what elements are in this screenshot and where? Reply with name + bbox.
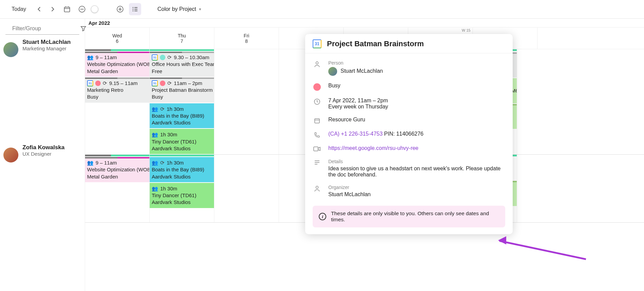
svg-point-9 <box>132 7 133 8</box>
gcal-icon: 31 <box>152 80 158 86</box>
notice-text: These details are only visible to you. O… <box>331 210 499 223</box>
status-dot <box>160 55 165 60</box>
status-dot <box>95 81 101 86</box>
video-icon <box>313 145 321 152</box>
day-cell[interactable]: 👥⟳1h 30m Boats in the Bay (BI89) Aardvar… <box>150 155 214 222</box>
next-button[interactable] <box>47 4 58 15</box>
color-by-label: Color by Project <box>158 6 196 12</box>
event-datetime: 7 Apr 2022, 11am – 2pm <box>328 98 505 104</box>
details-text: Idea session to give us a headstart on n… <box>328 166 505 178</box>
people-icon: 👥 <box>152 159 158 166</box>
organizer-icon <box>313 185 321 198</box>
minus-circle-icon <box>78 5 86 13</box>
repeat-icon: ⟳ <box>167 54 172 61</box>
people-icon: 👥 <box>152 131 158 138</box>
day-cell[interactable] <box>214 155 279 222</box>
people-icon: 👥 <box>152 106 158 113</box>
svg-rect-19 <box>314 147 318 151</box>
clock-icon <box>313 98 321 110</box>
day-cell[interactable]: 👥9 – 11am Website Optimization (WO8 Meta… <box>85 155 150 222</box>
event-boats-bay[interactable]: 👥⟳1h 30m Boats in the Bay (BI89) Aardvar… <box>150 103 214 129</box>
people-icon: 👥 <box>152 185 158 192</box>
zoom-in-button[interactable] <box>114 3 126 15</box>
filter-group-field[interactable] <box>5 19 79 35</box>
people-icon: 👥 <box>87 159 94 166</box>
phone-pin: PIN: 114066276 <box>383 131 424 137</box>
repeat-icon: ⟳ <box>160 106 165 113</box>
gcal-icon: 31 <box>313 39 321 48</box>
calendar-picker-button[interactable] <box>61 3 73 15</box>
details-label: Details <box>328 159 505 164</box>
list-view-button[interactable] <box>129 3 141 15</box>
event-marketing-retro[interactable]: 31⟳9.15 – 11am Marketing Retro Busy <box>85 78 149 103</box>
zoom-slider[interactable] <box>91 5 111 13</box>
svg-point-10 <box>132 9 133 10</box>
person-name: Stuart McLachlan <box>341 68 383 74</box>
svg-point-23 <box>316 186 318 189</box>
person-role: UX Designer <box>22 151 65 157</box>
day-cell[interactable]: 31⟳9.30 – 10.30am Office Hours with Exec… <box>150 49 214 154</box>
event-tiny-dancer[interactable]: 👥1h 30m Tiny Dancer (TD61) Aardvark Stud… <box>150 129 214 154</box>
svg-rect-17 <box>315 119 319 123</box>
event-website-optimization[interactable]: 👥9 – 11am Website Optimization (WO8 Meta… <box>85 52 149 77</box>
chevron-right-icon <box>51 6 55 12</box>
toolbar: Today Color by Project ▾ <box>0 0 644 19</box>
gcal-icon: 31 <box>87 80 93 86</box>
busy-status: Busy <box>328 83 505 91</box>
day-cell[interactable] <box>214 49 279 154</box>
event-project-batman[interactable]: 31⟳11am – 2pm Project Batman Brainstorm … <box>150 78 214 103</box>
calendar-source: Resource Guru <box>328 117 505 124</box>
event-detail-popup: 31 Project Batman Brainstorm Person Stua… <box>305 34 513 234</box>
day-header: Thu7 <box>150 28 214 49</box>
zoom-out-button[interactable] <box>76 3 88 15</box>
privacy-notice: i These details are only visible to you.… <box>313 206 505 227</box>
repeat-icon: ⟳ <box>103 80 107 87</box>
info-icon: i <box>319 213 326 220</box>
day-header: Wed6 <box>85 28 150 49</box>
avatar <box>328 67 337 76</box>
list-icon <box>132 6 138 12</box>
gcal-icon: 31 <box>152 54 158 61</box>
event-office-hours[interactable]: 31⟳9.30 – 10.30am Office Hours with Exec… <box>150 52 214 77</box>
event-boats-bay[interactable]: 👥⟳1h 30m Boats in the Bay (BI89) Aardvar… <box>150 157 214 182</box>
month-label: Apr 2022 <box>85 19 644 28</box>
organizer-name: Stuart McLachlan <box>328 191 505 198</box>
color-by-dropdown[interactable]: Color by Project ▾ <box>158 6 201 12</box>
event-website-optimization[interactable]: 👥9 – 11am Website Optimization (WO8 Meta… <box>85 157 149 182</box>
calendar-icon <box>64 6 70 13</box>
chevron-down-icon: ▾ <box>199 7 201 12</box>
event-recurrence: Every week on Thursday <box>328 104 505 110</box>
person-row-zofia[interactable]: Zofia Kowalska UX Designer <box>0 140 85 208</box>
day-cell[interactable]: 👥9 – 11am Website Optimization (WO8 Meta… <box>85 49 150 154</box>
person-name: Stuart McLachlan <box>22 39 71 46</box>
today-button[interactable]: Today <box>7 4 31 14</box>
slider-thumb[interactable] <box>91 5 98 13</box>
organizer-label: Organizer <box>328 185 505 190</box>
people-icon: 👥 <box>87 54 94 61</box>
svg-rect-0 <box>64 7 70 12</box>
event-tiny-dancer[interactable]: 👥1h 30m Tiny Dancer (TD61) Aardvark Stud… <box>150 183 214 208</box>
prev-button[interactable] <box>34 4 45 15</box>
phone-link[interactable]: (CA) +1 226-315-4753 <box>328 131 383 137</box>
plus-circle-icon <box>116 5 124 13</box>
avatar <box>3 42 18 57</box>
svg-point-11 <box>132 11 133 12</box>
phone-icon <box>313 131 321 138</box>
busy-status-dot <box>313 83 321 91</box>
person-role: Marketing Manager <box>22 46 71 51</box>
repeat-icon: ⟳ <box>167 80 172 87</box>
status-dot <box>160 81 165 86</box>
calendar-grid: Apr 2022 Wed6 Thu7 Fri8 Sat9 Sun10 W 15M… <box>85 19 644 291</box>
person-label: Person <box>328 60 505 66</box>
meet-link[interactable]: https://meet.google.com/rsu-uhvy-ree <box>328 145 418 151</box>
sidebar: Stuart McLachlan Marketing Manager Zofia… <box>0 19 85 291</box>
calendar-source-icon <box>313 117 321 124</box>
filter-input[interactable] <box>12 25 80 32</box>
svg-point-15 <box>316 62 318 64</box>
person-name: Zofia Kowalska <box>22 144 65 151</box>
details-icon <box>313 159 321 178</box>
day-header: Fri8 <box>214 28 279 49</box>
person-row-stuart[interactable]: Stuart McLachlan Marketing Manager <box>0 35 85 140</box>
popup-title: Project Batman Brainstorm <box>327 39 424 48</box>
person-icon <box>313 60 321 76</box>
